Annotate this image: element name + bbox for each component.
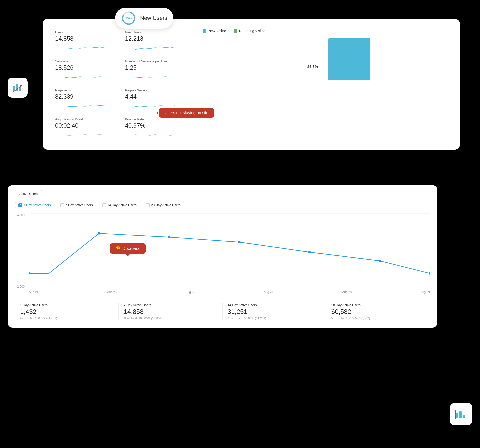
stats-row: 1 Day Active Users 1,432 % of Total: 100… bbox=[15, 299, 430, 320]
metric-label-sessions-per-user: Number of Sessions per User bbox=[125, 59, 185, 63]
stat-pct-28day: % of Total: 100.00% (60,582) bbox=[331, 317, 425, 320]
dot-aug26 bbox=[238, 241, 241, 243]
filter-14-day-label: 14 Day Active Users bbox=[107, 203, 137, 207]
sparkline-sessions-per-user bbox=[125, 73, 185, 80]
dot-aug24-start bbox=[29, 272, 30, 275]
metric-pageviews: Pageviews 82,339 bbox=[50, 84, 120, 113]
chart-decrease-icon-box bbox=[8, 78, 28, 98]
checkbox-14-day-icon bbox=[102, 203, 106, 207]
filter-28-day[interactable]: 28 Day Active Users bbox=[143, 202, 184, 208]
sparkline-pageviews bbox=[55, 102, 115, 109]
svg-rect-12 bbox=[463, 415, 465, 418]
metric-label-pages-per-session: Pages / Session bbox=[125, 88, 185, 92]
checkbox-28-day-icon bbox=[146, 203, 150, 207]
metric-sessions-per-user: Number of Sessions per User 1.25 bbox=[120, 55, 190, 84]
stat-value-7day: 14,858 bbox=[124, 308, 217, 316]
metric-label-new-users: New Users bbox=[125, 30, 185, 34]
metric-label-users: Users bbox=[55, 30, 115, 34]
x-label-aug27: Aug 27 bbox=[264, 290, 273, 294]
metrics-grid: Users 14,858 New Users 12,213 Sessions 1… bbox=[50, 26, 195, 142]
users-not-staying-tooltip: Users not staying on site bbox=[159, 108, 214, 118]
pie-chart-svg: 74.2% 25.8% bbox=[285, 38, 370, 118]
pie-chart-section: New Visitor Returning Visitor 7 bbox=[195, 26, 452, 142]
checkbox-1-day-icon: ✓ bbox=[18, 203, 22, 207]
metric-users: Users 14,858 bbox=[50, 26, 120, 55]
x-label-aug24: Aug 24 bbox=[29, 290, 38, 294]
analytics-card: Users 14,858 New Users 12,213 Sessions 1… bbox=[43, 19, 460, 150]
stat-type-1day: 1 Day Active Users bbox=[20, 303, 113, 307]
active-users-card: Active Users ✓ 1 Day Active Users 7 Day … bbox=[8, 185, 437, 328]
metric-sessions: Sessions 18,526 bbox=[50, 55, 120, 84]
stat-type-14day: 14 Day Active Users bbox=[228, 303, 321, 307]
donut-chart: 75% bbox=[121, 11, 136, 26]
line-chart-svg bbox=[29, 213, 430, 288]
metric-value-avg-session: 00:02:40 bbox=[55, 122, 115, 129]
metric-label-avg-session: Avg. Session Duration bbox=[55, 117, 115, 121]
legend-returning-visitor: Returning Visitor bbox=[234, 29, 265, 33]
legend-new-visitor: New Visitor bbox=[203, 29, 226, 33]
stat-pct-14day: % of Total: 100.00% (31,251) bbox=[228, 317, 321, 320]
metric-avg-session: Avg. Session Duration 00:02:40 bbox=[50, 113, 120, 142]
sparkline-sessions bbox=[55, 73, 115, 80]
x-label-aug28: Aug 28 bbox=[342, 290, 352, 294]
stat-value-28day: 60,582 bbox=[331, 308, 425, 316]
sparkline-avg-session bbox=[55, 131, 115, 138]
sparkline-new-users bbox=[125, 44, 185, 51]
x-axis: Aug 24 Aug 25 Aug 26 Aug 27 Aug 28 Aug 2… bbox=[29, 288, 430, 294]
pie-blue-label: 74.2% bbox=[337, 84, 348, 89]
stat-pct-7day: % of Total: 100.00% (14,858) bbox=[124, 317, 217, 320]
metric-bounce-rate: Bounce Rate 40.97% bbox=[120, 113, 190, 142]
filter-7-day-label: 7 Day Active Users bbox=[65, 203, 93, 207]
x-label-aug29: Aug 29 bbox=[420, 290, 430, 294]
metric-value-sessions: 18,526 bbox=[55, 64, 115, 71]
dot-aug27 bbox=[308, 251, 311, 253]
stat-value-1day: 1,432 bbox=[20, 308, 113, 316]
dot-aug28 bbox=[379, 260, 381, 262]
metric-label-bounce-rate: Bounce Rate bbox=[125, 117, 185, 121]
metric-value-new-users: 12,213 bbox=[125, 35, 185, 42]
filter-7-day[interactable]: 7 Day Active Users bbox=[57, 202, 96, 208]
metric-value-users: 14,858 bbox=[55, 35, 115, 42]
y-axis-mid: 2,000 bbox=[17, 285, 25, 288]
metric-label-pageviews: Pageviews bbox=[55, 88, 115, 92]
top-section: 75% New Users Users 14,858 New Users 12,… bbox=[43, 8, 460, 150]
stat-type-28day: 28 Day Active Users bbox=[331, 303, 425, 307]
stat-value-14day: 31,251 bbox=[228, 308, 321, 316]
stat-28day: 28 Day Active Users 60,582 % of Total: 1… bbox=[326, 303, 430, 320]
pie-legend: New Visitor Returning Visitor bbox=[203, 29, 452, 33]
sparkline-users bbox=[55, 44, 115, 51]
svg-rect-11 bbox=[459, 411, 462, 418]
stat-pct-1day: % of Total: 100.00% (1,432) bbox=[20, 317, 113, 320]
x-label-aug26: Aug 26 bbox=[186, 290, 195, 294]
metric-value-sessions-per-user: 1.25 bbox=[125, 64, 185, 71]
stat-type-7day: 7 Day Active Users bbox=[124, 303, 217, 307]
filter-1-day[interactable]: ✓ 1 Day Active Users bbox=[15, 202, 54, 208]
dot-aug29 bbox=[429, 272, 430, 275]
bar-chart-decrease-icon bbox=[12, 82, 23, 93]
filter-14-day[interactable]: 14 Day Active Users bbox=[99, 202, 140, 208]
metric-value-bounce-rate: 40.97% bbox=[125, 122, 185, 129]
metric-value-pageviews: 82,339 bbox=[55, 93, 115, 100]
dot-aug25 bbox=[168, 236, 171, 238]
metric-label-sessions: Sessions bbox=[55, 59, 115, 63]
donut-percent: 75% bbox=[125, 16, 132, 20]
thumbs-down-icon: 👎 bbox=[115, 246, 120, 251]
new-users-label: New Users bbox=[140, 15, 167, 21]
metric-new-users: New Users 12,213 bbox=[120, 26, 190, 55]
svg-rect-10 bbox=[456, 413, 458, 418]
pie-green-label: 25.8% bbox=[307, 64, 318, 69]
dot-peak bbox=[98, 232, 100, 235]
filter-28-day-label: 28 Day Active Users bbox=[151, 203, 181, 207]
users-not-staying-text: Users not staying on site bbox=[165, 111, 208, 115]
filter-row: ✓ 1 Day Active Users 7 Day Active Users … bbox=[15, 202, 430, 208]
y-axis-top: 4,000 bbox=[17, 213, 25, 217]
bar-chart-icon bbox=[455, 408, 467, 420]
checkbox-7-day-icon bbox=[60, 203, 64, 207]
pie-chart-wrapper: 74.2% 25.8% bbox=[203, 38, 452, 118]
svg-rect-1 bbox=[16, 84, 18, 91]
legend-returning-visitor-label: Returning Visitor bbox=[239, 29, 265, 33]
x-label-aug25: Aug 25 bbox=[107, 290, 117, 294]
stat-14day: 14 Day Active Users 31,251 % of Total: 1… bbox=[223, 303, 326, 320]
stat-7day: 7 Day Active Users 14,858 % of Total: 10… bbox=[119, 303, 222, 320]
card-title-tab: Active Users bbox=[15, 190, 42, 198]
